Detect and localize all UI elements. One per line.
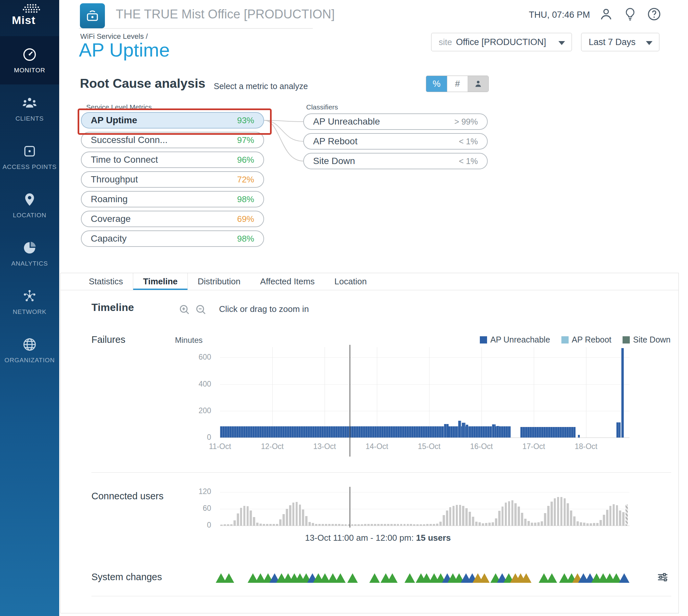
connected-users-bar	[528, 521, 530, 526]
root-cause-subtitle: Select a metric to analyze	[214, 82, 308, 91]
zoom-out-button[interactable]	[195, 303, 207, 316]
failures-cursor-line	[350, 345, 350, 457]
x-tick-label: 13-Oct	[313, 442, 336, 451]
connected-users-bar	[338, 524, 340, 526]
connected-users-bar	[472, 517, 474, 526]
sidebar-item-location[interactable]: LOCATION	[0, 181, 59, 229]
sidebar-item-organization[interactable]: ORGANIZATION	[0, 326, 59, 374]
date-range-select[interactable]: Last 7 Days	[581, 33, 659, 51]
y-tick-label: 600	[199, 353, 211, 361]
system-change-marker[interactable]	[369, 573, 380, 583]
gridline-h	[220, 411, 629, 411]
mist-logo[interactable]: Mist	[0, 0, 59, 36]
connected-users-bar	[351, 524, 353, 526]
metric-value: 98%	[237, 234, 254, 244]
zoom-in-icon	[178, 303, 191, 316]
sidebar-item-access-points[interactable]: ACCESS POINTS	[0, 133, 59, 181]
connected-users-bar	[573, 516, 576, 526]
connected-users-bar	[443, 515, 445, 526]
connected-users-bar	[557, 497, 559, 526]
connected-users-bar	[439, 522, 442, 526]
legend-label: Site Down	[633, 335, 671, 345]
section-divider	[91, 596, 671, 596]
gauge-icon	[22, 47, 37, 62]
view-toggle-count-button[interactable]: #	[447, 76, 468, 92]
classifier-value: > 99%	[454, 117, 478, 127]
connected-users-bar	[544, 513, 546, 526]
metric-value: 96%	[237, 155, 254, 165]
sidebar-item-clients[interactable]: CLIENTS	[0, 85, 59, 133]
legend-item-site-down: Site Down	[623, 335, 671, 345]
x-tick-label: 12-Oct	[261, 442, 283, 451]
metrics-list-label: Service Level Metrics	[86, 103, 152, 111]
whats-new-button[interactable]	[623, 6, 638, 22]
sidebar-item-analytics[interactable]: ANALYTICS	[0, 229, 59, 278]
connected-users-bar	[250, 510, 252, 526]
metric-pill-successful-conn[interactable]: Successful Conn...97%	[81, 132, 264, 148]
connected-users-bar	[371, 524, 373, 526]
metric-pill-ap-uptime[interactable]: AP Uptime93%	[81, 112, 264, 129]
connected-users-bar	[547, 506, 550, 526]
account-button[interactable]	[599, 6, 614, 22]
legend-item-ap-unreachable: AP Unreachable	[480, 335, 550, 345]
classifier-pill-site-down[interactable]: Site Down< 1%	[303, 153, 488, 169]
gridline-v	[586, 347, 586, 438]
failures-legend: AP UnreachableAP RebootSite Down	[480, 335, 671, 345]
connected-users-bar	[462, 506, 465, 526]
system-changes-filter-button[interactable]	[657, 571, 669, 584]
root-cause-title: Root Cause analysis	[80, 76, 205, 91]
connected-users-bar	[423, 524, 425, 526]
connected-users-bar	[593, 523, 595, 526]
system-change-marker[interactable]	[619, 573, 629, 583]
help-button[interactable]	[647, 6, 662, 22]
gridline-h	[220, 384, 629, 384]
x-tick-label: 11-Oct	[209, 442, 231, 451]
system-change-marker[interactable]	[405, 573, 415, 583]
system-change-marker[interactable]	[223, 573, 234, 583]
sidebar-item-label: NETWORK	[13, 308, 47, 315]
system-change-marker[interactable]	[546, 573, 557, 583]
system-change-marker[interactable]	[521, 573, 532, 583]
system-change-marker[interactable]	[387, 573, 397, 583]
tab-affected-items[interactable]: Affected Items	[250, 273, 325, 290]
connected-users-bar	[364, 524, 366, 526]
system-change-marker[interactable]	[347, 573, 358, 583]
metric-pill-throughput[interactable]: Throughput72%	[81, 171, 264, 188]
classifier-pill-ap-unreachable[interactable]: AP Unreachable> 99%	[303, 113, 488, 130]
view-toggle-percent-button[interactable]: %	[426, 76, 447, 92]
connected-users-bar	[256, 523, 258, 526]
failures-plot	[220, 347, 629, 438]
connected-users-bar	[449, 507, 452, 526]
connected-users-bar	[299, 505, 301, 526]
metric-pill-time-to-connect[interactable]: Time to Connect96%	[81, 152, 264, 168]
page-title: AP Uptime	[79, 39, 170, 61]
lightbulb-icon	[623, 6, 638, 22]
failures-bar	[496, 426, 499, 438]
classifier-pill-ap-reboot[interactable]: AP Reboot< 1%	[303, 133, 488, 150]
tab-statistics[interactable]: Statistics	[79, 273, 133, 290]
connected-users-bar	[478, 522, 481, 526]
pie-chart-icon	[22, 240, 37, 256]
classifier-label: Site Down	[313, 156, 355, 166]
legend-swatch	[480, 336, 487, 344]
failures-label: Failures	[91, 334, 125, 345]
clock: THU, 07:46 PM	[529, 10, 590, 20]
connected-users-bar	[436, 524, 438, 526]
zoom-in-button[interactable]	[178, 303, 191, 316]
sidebar-item-label: LOCATION	[13, 212, 46, 219]
tab-timeline[interactable]: Timeline	[133, 273, 188, 290]
site-select[interactable]: site Office [PRODUCTION]	[431, 33, 572, 51]
failures-bar	[578, 435, 580, 438]
tab-distribution[interactable]: Distribution	[188, 273, 250, 290]
sidebar-item-network[interactable]: NETWORK	[0, 278, 59, 326]
metric-pill-capacity[interactable]: Capacity98%	[81, 230, 264, 247]
site-select-prefix: site	[439, 37, 452, 47]
view-toggle-user-button[interactable]	[468, 76, 488, 92]
system-change-marker[interactable]	[479, 573, 490, 583]
sidebar-item-monitor[interactable]: MONITOR	[0, 36, 59, 85]
connected-users-bar	[374, 524, 376, 526]
metric-pill-roaming[interactable]: Roaming98%	[81, 191, 264, 207]
metric-pill-coverage[interactable]: Coverage69%	[81, 211, 264, 227]
tab-location[interactable]: Location	[325, 273, 377, 290]
system-change-marker[interactable]	[335, 573, 346, 583]
